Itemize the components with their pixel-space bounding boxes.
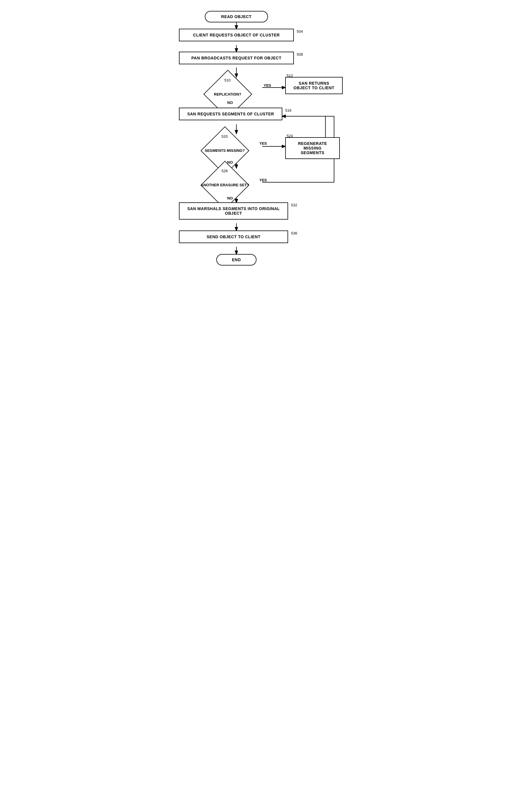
start-label: READ OBJECT	[221, 14, 252, 19]
node-512-label: SAN RETURNS OBJECT TO CLIENT	[294, 81, 334, 90]
node-504: CLIENT REQUESTS OBJECT OF CLUSTER	[179, 29, 294, 41]
diamond-528-label: ANOTHER ERASURE SET?	[201, 183, 249, 188]
node-524-label: REGENERATE MISSING SEGMENTS	[298, 141, 327, 155]
ref-524: 524	[287, 134, 293, 138]
end-node: END	[216, 254, 256, 265]
node-516-label: SAN REQUESTS SEGMENTS OF CLUSTER	[187, 112, 274, 116]
start-node: READ OBJECT	[205, 11, 268, 22]
ref-508: 508	[297, 52, 303, 57]
diamond-528: ANOTHER ERASURE SET?	[208, 168, 242, 202]
yes-label-510: YES	[264, 83, 271, 88]
ref-512: 512	[287, 74, 293, 78]
ref-504: 504	[297, 29, 303, 34]
ref-520: 520	[221, 134, 228, 139]
node-536-label: SEND OBJECT TO CLIENT	[207, 234, 261, 239]
yes-label-528: YES	[260, 178, 267, 182]
node-536: SEND OBJECT TO CLIENT	[179, 231, 288, 243]
ref-536: 536	[291, 231, 297, 235]
ref-532: 532	[291, 203, 297, 207]
diamond-520-label: SEGMENTS MISSING?	[205, 148, 245, 153]
no-label-510: NO	[227, 100, 233, 105]
node-532-label: SAN MARSHALS SEGMENTS INTO ORIGINAL OBJE…	[187, 206, 280, 215]
ref-510: 510	[224, 78, 231, 82]
no-label-528: NO	[227, 196, 233, 200]
node-532: SAN MARSHALS SEGMENTS INTO ORIGINAL OBJE…	[179, 202, 288, 220]
node-524: REGENERATE MISSING SEGMENTS	[285, 137, 340, 159]
node-512: SAN RETURNS OBJECT TO CLIENT	[285, 77, 343, 94]
ref-528: 528	[221, 169, 228, 173]
end-label: END	[232, 258, 241, 262]
diamond-510-label: REPLICATION?	[214, 92, 241, 96]
node-516: SAN REQUESTS SEGMENTS OF CLUSTER	[179, 108, 282, 120]
node-508: PAN BROADCASTS REQUEST FOR OBJECT	[179, 52, 294, 64]
flowchart-container: READ OBJECT CLIENT REQUESTS OBJECT OF CL…	[156, 6, 357, 321]
node-508-label: PAN BROADCASTS REQUEST FOR OBJECT	[191, 56, 281, 60]
ref-516: 516	[285, 108, 292, 113]
yes-label-520: YES	[260, 141, 267, 146]
node-504-label: CLIENT REQUESTS OBJECT OF CLUSTER	[193, 33, 280, 37]
flowchart: READ OBJECT CLIENT REQUESTS OBJECT OF CL…	[156, 6, 357, 321]
